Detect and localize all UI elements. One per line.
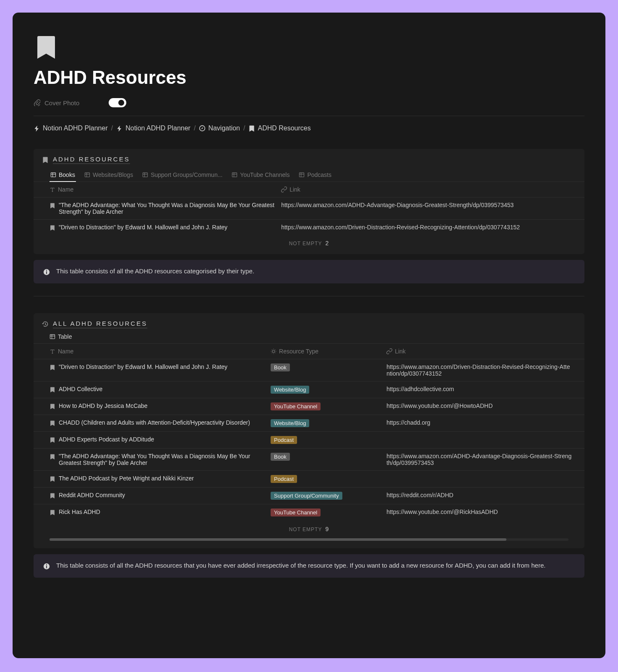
cell-name: Reddit ADHD Community [50, 492, 271, 500]
cell-link[interactable]: https://www.amazon.com/ADHD-Advantage-Di… [386, 453, 576, 466]
cell-name: Rick Has ADHD [50, 509, 271, 516]
crumb-separator: / [111, 125, 113, 132]
summary-count: 9 [326, 526, 329, 532]
row-name-text: "The ADHD Advantage: What You Thought Wa… [59, 202, 274, 215]
database-tabs: Books Websites/Blogs Support Groups/Comm… [34, 169, 584, 182]
column-link[interactable]: Link [281, 186, 576, 193]
column-name[interactable]: Name [50, 348, 271, 355]
column-label: Resource Type [279, 348, 318, 355]
resource-type-tag: Book [271, 363, 290, 371]
row-name-text: Rick Has ADHD [59, 509, 100, 516]
paperclip-icon [34, 99, 40, 106]
tab-label: Podcasts [307, 171, 331, 178]
cell-type: YouTube Channel [271, 402, 386, 410]
cell-type: Book [271, 363, 386, 377]
table-summary: NOT EMPTY 9 [34, 521, 584, 532]
crumb-label: Navigation [208, 125, 240, 132]
row-name-text: ADHD Experts Podcast by ADDitude [59, 436, 154, 444]
page-icon[interactable] [34, 34, 59, 59]
tab-podcasts[interactable]: Podcasts [298, 169, 332, 182]
cell-link[interactable]: https://www.youtube.com/@HowtoADHD [386, 402, 576, 410]
bookmark-icon [50, 509, 55, 515]
cell-type: Support Group/Community [271, 492, 386, 500]
bookmark-icon [248, 125, 255, 132]
cell-link[interactable]: https://adhdcollective.com [386, 386, 576, 394]
row-name-text: Reddit ADHD Community [59, 492, 125, 500]
table-icon [50, 334, 55, 340]
table-icon [142, 172, 148, 178]
column-label: Name [58, 348, 73, 355]
cover-photo-label[interactable]: Cover Photo [44, 99, 79, 106]
column-label: Link [289, 186, 300, 193]
cover-toggle[interactable] [109, 98, 126, 107]
cell-link[interactable]: https://chadd.org [386, 419, 576, 427]
breadcrumb: Notion ADHD Planner / Notion ADHD Planne… [34, 125, 584, 132]
app-window: ADHD Resources Cover Photo Notion ADHD P… [13, 13, 605, 658]
cell-type: Book [271, 453, 386, 466]
table-row[interactable]: How to ADHD by Jessica McCabeYouTube Cha… [34, 398, 584, 415]
table-icon [299, 172, 305, 178]
table-row[interactable]: ADHD CollectiveWebsite/Bloghttps://adhdc… [34, 381, 584, 398]
table-row[interactable]: "The ADHD Advantage: What You Thought Wa… [34, 197, 584, 220]
cell-link[interactable] [386, 475, 576, 483]
cell-link[interactable]: https://www.amazon.com/Driven-Distractio… [386, 363, 576, 377]
scrollbar-thumb[interactable] [50, 538, 506, 541]
bookmark-icon [50, 454, 55, 459]
tab-support[interactable]: Support Groups/Commun... [141, 169, 223, 182]
cell-link[interactable]: https://www.youtube.com/@RickHasADHD [386, 509, 576, 516]
column-type[interactable]: Resource Type [271, 348, 386, 355]
table-row[interactable]: "The ADHD Advantage: What You Thought Wa… [34, 449, 584, 471]
bookmark-icon [50, 476, 55, 482]
cell-name: "The ADHD Advantage: What You Thought Wa… [50, 453, 271, 466]
view-table[interactable]: Table [50, 333, 72, 340]
bolt-icon [34, 125, 40, 132]
cell-link[interactable]: https://www.amazon.com/ADHD-Advantage-Di… [281, 202, 576, 215]
table-icon [232, 172, 237, 178]
section-header: ADHD RESOURCES [34, 156, 584, 169]
resource-type-tag: Podcast [271, 475, 297, 483]
tab-youtube[interactable]: YouTube Channels [231, 169, 290, 182]
tab-websites[interactable]: Websites/Blogs [83, 169, 134, 182]
bookmark-icon [50, 387, 55, 392]
crumb-3[interactable]: Navigation [199, 125, 240, 132]
section-title[interactable]: ALL ADHD RESOURCES [53, 320, 147, 328]
row-name-text: "Driven to Distraction" by Edward M. Hal… [59, 363, 227, 377]
crumb-4[interactable]: ADHD Resources [248, 125, 310, 132]
cell-link[interactable]: https://reddit.com/r/ADHD [386, 492, 576, 500]
column-link[interactable]: Link [386, 348, 576, 355]
bookmark-icon [50, 202, 55, 208]
table-header-row: Name Resource Type Link [34, 344, 584, 359]
table-row[interactable]: ADHD Experts Podcast by ADDitudePodcast [34, 432, 584, 449]
horizontal-scrollbar[interactable] [50, 538, 568, 541]
tab-books[interactable]: Books [50, 169, 76, 182]
history-icon [42, 321, 49, 327]
table-row[interactable]: The ADHD Podcast by Pete Wright and Nikk… [34, 471, 584, 488]
row-name-text: The ADHD Podcast by Pete Wright and Nikk… [59, 475, 194, 483]
crumb-label: ADHD Resources [258, 125, 310, 132]
books-table: Name Link "The ADHD Advantage: What You … [34, 182, 584, 246]
table-row[interactable]: CHADD (Children and Adults with Attentio… [34, 415, 584, 432]
tab-label: Websites/Blogs [93, 171, 133, 178]
section-title[interactable]: ADHD RESOURCES [53, 156, 130, 164]
cell-link[interactable] [386, 436, 576, 444]
sun-icon [271, 348, 276, 354]
bookmark-icon [50, 364, 55, 370]
cell-type: YouTube Channel [271, 509, 386, 516]
resource-type-tag: Website/Blog [271, 386, 309, 394]
cell-name: "The ADHD Advantage: What You Thought Wa… [50, 202, 281, 215]
divider [34, 296, 584, 296]
crumb-1[interactable]: Notion ADHD Planner [34, 125, 108, 132]
cell-name: ADHD Collective [50, 386, 271, 394]
table-row[interactable]: "Driven to Distraction" by Edward M. Hal… [34, 359, 584, 381]
section-all-resources: ALL ADHD RESOURCES Table Name Resource T… [34, 313, 584, 548]
cell-type: Website/Blog [271, 386, 386, 394]
view-tabs: Table [34, 333, 584, 344]
table-row[interactable]: Rick Has ADHDYouTube Channelhttps://www.… [34, 504, 584, 521]
table-row[interactable]: "Driven to Distraction" by Edward M. Hal… [34, 220, 584, 235]
cell-link[interactable]: https://www.amazon.com/Driven-Distractio… [281, 224, 576, 231]
column-name[interactable]: Name [50, 186, 281, 193]
table-row[interactable]: Reddit ADHD CommunitySupport Group/Commu… [34, 488, 584, 504]
page-title: ADHD Resources [34, 67, 584, 88]
crumb-2[interactable]: Notion ADHD Planner [116, 125, 190, 132]
bookmark-icon [50, 225, 55, 231]
